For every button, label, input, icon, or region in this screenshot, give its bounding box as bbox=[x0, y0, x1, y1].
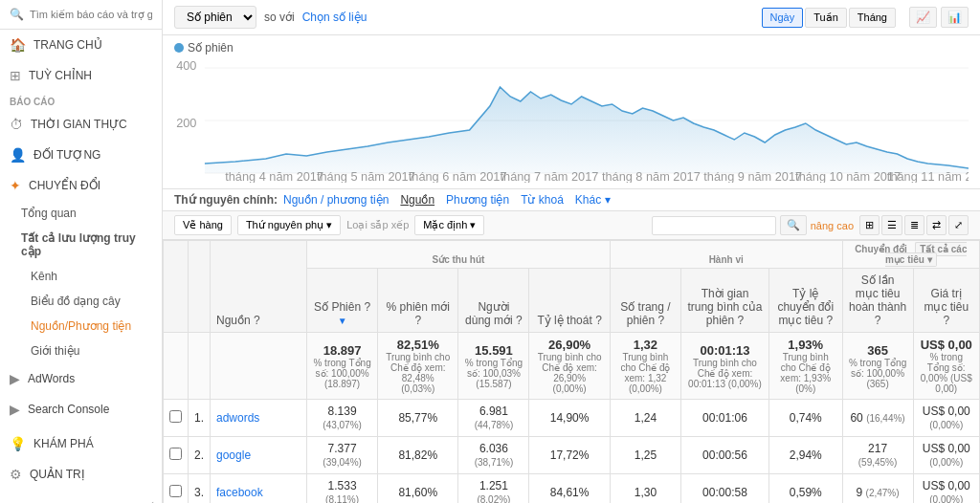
sidebar-item-tuy-chinh[interactable]: ⊞ TUỲ CHỈNH bbox=[0, 60, 162, 91]
row-so-lan: 217 (59,45%) bbox=[842, 437, 913, 474]
sidebar-item-thoi-gian-thuc[interactable]: ⏱ THỜI GIAN THỰC bbox=[0, 109, 162, 140]
th-gia-tri: Giá trị mục tiêu ? bbox=[913, 269, 980, 333]
conversion-goal-selector[interactable]: Tất cả các mục tiêu ▾ bbox=[885, 242, 968, 267]
row-nguon[interactable]: adwords bbox=[211, 400, 307, 437]
sidebar-item-label: Tất cả lưu lượng truy cập bbox=[21, 231, 152, 258]
toolbar: Vẽ hàng Thứ nguyên phụ ▾ Loại sắp xếp Mặ… bbox=[163, 211, 980, 240]
table-container: Nguồn ? Sức thu hút Hành vi Chuyển đổi T… bbox=[163, 240, 980, 503]
date-buttons: Ngày Tuần Tháng bbox=[762, 8, 896, 28]
sidebar-item-tat-ca-luu-luong[interactable]: Tất cả lưu lượng truy cập bbox=[0, 226, 162, 264]
sidebar-item-label: QUẢN TRỊ bbox=[30, 468, 85, 481]
table-row: 1. adwords 8.139 (43,07%) 85,77% 6.981 (… bbox=[164, 400, 980, 437]
row-so-lan: 60 (16,44%) bbox=[842, 400, 913, 437]
row-checkbox[interactable] bbox=[164, 437, 189, 474]
sidebar-item-doi-tuong[interactable]: 👤 ĐỐI TƯỢNG bbox=[0, 140, 162, 170]
filter-tu-khoa[interactable]: Từ khoá bbox=[521, 193, 564, 207]
sidebar-item-bieu-do[interactable]: Biểu đồ dạng cây bbox=[0, 289, 162, 314]
sidebar-item-kham-pha[interactable]: 💡 KHÁM PHÁ bbox=[0, 428, 162, 459]
sidebar-item-label: KHÁM PHÁ bbox=[33, 437, 94, 450]
home-icon: 🏠 bbox=[10, 37, 26, 53]
summary-so-phien: 18.897 % trong Tổng số: 100,00% (18.897) bbox=[307, 333, 378, 400]
collapse-sidebar-button[interactable]: ‹ bbox=[0, 490, 162, 503]
svg-text:200: 200 bbox=[176, 117, 196, 130]
svg-text:400: 400 bbox=[176, 59, 196, 73]
line-chart-btn[interactable]: 📈 bbox=[909, 7, 937, 28]
chart-container: 400 200 tháng 4 năm 2017 tháng 5 năm 201… bbox=[174, 58, 969, 183]
date-btn-ngay[interactable]: Ngày bbox=[762, 8, 804, 28]
view-list-btn[interactable]: ☰ bbox=[881, 215, 902, 235]
sidebar-item-label: Biểu đồ dạng cây bbox=[31, 295, 121, 308]
sidebar-item-label: AdWords bbox=[28, 372, 75, 385]
sort-icon: ▼ bbox=[338, 316, 347, 326]
bar-chart-btn[interactable]: 📊 bbox=[941, 7, 969, 28]
view-expand-btn[interactable]: ⤢ bbox=[948, 215, 969, 235]
sidebar-item-label: THỜI GIAN THỰC bbox=[31, 118, 127, 131]
date-btn-tuan[interactable]: Tuần bbox=[805, 8, 847, 28]
toolbar-search: 🔍 nâng cao bbox=[652, 215, 854, 235]
sidebar-item-label: Search Console bbox=[28, 403, 109, 416]
search-button[interactable]: 🔍 bbox=[780, 215, 807, 235]
sidebar-item-adwords[interactable]: ▶ AdWords bbox=[0, 363, 162, 394]
sidebar-item-kenh[interactable]: Kênh bbox=[0, 264, 162, 289]
view-table-btn[interactable]: ≣ bbox=[904, 215, 924, 235]
filter-nguon-phuong-tien[interactable]: Nguồn / phương tiện bbox=[283, 193, 389, 207]
sort-button[interactable]: Mặc định ▾ bbox=[414, 215, 484, 235]
row-so-phien: 7.377 (39,04%) bbox=[307, 437, 378, 474]
sidebar-search-container[interactable]: 🔍 bbox=[0, 0, 162, 30]
row-so-trang: 1,24 bbox=[610, 400, 680, 437]
sidebar-item-label: CHUYỂN ĐỔI bbox=[29, 179, 100, 192]
chart-title: Số phiên bbox=[174, 41, 969, 55]
compare-link[interactable]: Chọn số liệu bbox=[302, 11, 368, 24]
search-input[interactable] bbox=[652, 216, 776, 235]
nang-cao-button[interactable]: nâng cao bbox=[811, 220, 854, 231]
row-pct-moi: 81,60% bbox=[378, 474, 458, 504]
row-checkbox[interactable] bbox=[164, 400, 189, 437]
line-chart: 400 200 tháng 4 năm 2017 tháng 5 năm 201… bbox=[174, 58, 969, 183]
sidebar-item-trang-chu[interactable]: 🏠 TRANG CHỦ bbox=[0, 30, 162, 60]
gear-icon: ⚙ bbox=[10, 467, 22, 482]
th-nguon: Nguồn ? bbox=[211, 241, 307, 333]
dimension-button[interactable]: Thứ nguyên phụ ▾ bbox=[237, 215, 341, 235]
row-checkbox[interactable] bbox=[164, 474, 189, 504]
hang-button[interactable]: Vẽ hàng bbox=[174, 215, 232, 235]
filter-phuong-tien[interactable]: Phương tiện bbox=[446, 193, 509, 207]
sidebar-search-input[interactable] bbox=[30, 9, 152, 20]
row-num: 3. bbox=[189, 474, 211, 504]
th-group-suc-thu-hut: Sức thu hút bbox=[307, 241, 611, 269]
sort-label: Loại sắp xếp bbox=[346, 219, 409, 231]
summary-gia-tri: US$ 0,00 % trong Tổng số: 0,00% (US$ 0,0… bbox=[913, 333, 980, 400]
row-ty-le-thoat: 17,72% bbox=[529, 437, 610, 474]
clock-icon: ⏱ bbox=[10, 117, 23, 132]
view-compare-btn[interactable]: ⇄ bbox=[926, 215, 947, 235]
row-nguon[interactable]: facebook bbox=[211, 474, 307, 504]
row-pct-moi: 81,82% bbox=[378, 437, 458, 474]
sidebar-item-label: TRANG CHỦ bbox=[33, 38, 102, 52]
filter-nguon[interactable]: Nguồn bbox=[400, 193, 434, 207]
compare-text: so với bbox=[264, 11, 295, 24]
sidebar-item-gioi-thieu[interactable]: Giới thiệu bbox=[0, 339, 162, 363]
row-thoi-gian: 00:01:06 bbox=[681, 400, 769, 437]
sidebar-item-quan-tri[interactable]: ⚙ QUẢN TRỊ bbox=[0, 459, 162, 490]
th-row-num bbox=[189, 241, 211, 333]
row-so-trang: 1,25 bbox=[610, 437, 680, 474]
sidebar-item-search-console[interactable]: ▶ Search Console bbox=[0, 394, 162, 425]
th-nguoi-dung-moi: Người dùng mới ? bbox=[458, 269, 529, 333]
table-row: 2. google 7.377 (39,04%) 81,82% 6.036 (3… bbox=[164, 437, 980, 474]
sidebar-item-nguon-phuong-tien[interactable]: Nguồn/Phương tiện bbox=[0, 314, 162, 339]
row-pct-moi: 85,77% bbox=[378, 400, 458, 437]
filter-khac[interactable]: Khác ▾ bbox=[575, 193, 611, 207]
view-grid-btn[interactable]: ⊞ bbox=[859, 215, 880, 235]
row-num: 1. bbox=[189, 400, 211, 437]
sidebar-item-tong-quan[interactable]: Tổng quan bbox=[0, 201, 162, 226]
row-nguoi-dung-moi: 6.036 (38,71%) bbox=[458, 437, 529, 474]
sidebar-item-chuyen-doi[interactable]: ✦ CHUYỂN ĐỔI bbox=[0, 170, 162, 201]
view-buttons: ⊞ ☰ ≣ ⇄ ⤢ bbox=[859, 215, 969, 235]
th-checkbox bbox=[164, 241, 189, 333]
chart-title-text: Số phiên bbox=[188, 41, 234, 55]
metric-selector[interactable]: Số phiên bbox=[174, 6, 256, 29]
data-table: Nguồn ? Sức thu hút Hành vi Chuyển đổi T… bbox=[163, 240, 980, 503]
th-ty-le-cd: Tỷ lệ chuyển đổi mục tiêu ? bbox=[768, 269, 842, 333]
date-btn-thang[interactable]: Tháng bbox=[849, 8, 896, 28]
row-nguon[interactable]: google bbox=[211, 437, 307, 474]
row-so-phien: 1.533 (8,11%) bbox=[307, 474, 378, 504]
